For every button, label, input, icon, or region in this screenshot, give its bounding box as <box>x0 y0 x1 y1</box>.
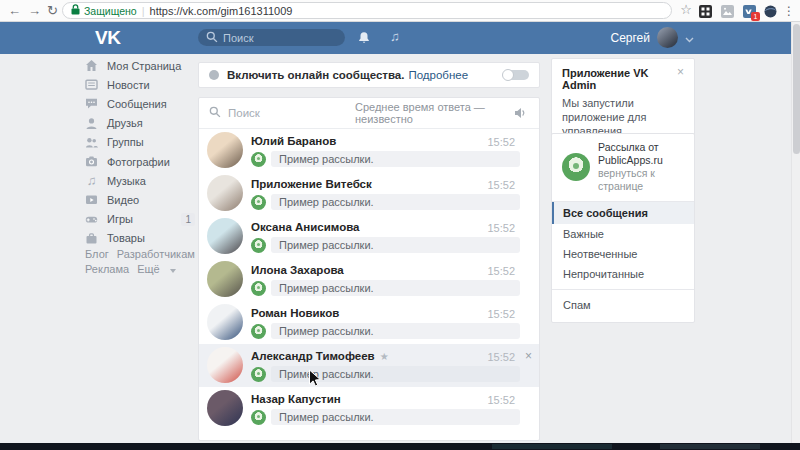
filter-item[interactable]: Все сообщения <box>552 202 694 224</box>
avatar <box>207 304 243 340</box>
mailing-app-icon <box>251 367 266 382</box>
omnibox-divider: | <box>142 5 145 17</box>
browser-toolbar: ← → ↻ Защищено | https://vk.com/gim16131… <box>0 0 800 22</box>
filter-item[interactable]: Неотвеченные <box>552 244 694 264</box>
music-note-icon[interactable]: ♫ <box>390 29 400 44</box>
sidebar-item[interactable]: Фотографии <box>85 152 197 171</box>
sidebar-item-label: Игры <box>107 213 133 225</box>
conversation-row[interactable]: Оксана Анисимова★ 15:52 × Пример рассылк… <box>199 215 539 258</box>
close-icon[interactable]: × <box>525 349 532 363</box>
address-bar[interactable]: Защищено | https://vk.com/gim161311009 <box>62 2 672 19</box>
messages-panel: Среднее время ответа — неизвестно Юлий Б… <box>198 97 540 441</box>
sidebar-item[interactable]: Моя Страница <box>85 56 197 75</box>
chevron-down-icon <box>685 29 694 47</box>
filter-item[interactable]: Важные <box>552 224 694 244</box>
sidebar-item[interactable]: Группы <box>85 133 197 152</box>
filter-item[interactable]: Непрочитанные <box>552 264 694 284</box>
bookmark-star-icon[interactable]: ☆ <box>680 2 692 17</box>
sidebar-item[interactable]: Видео <box>85 190 197 209</box>
reload-icon[interactable]: ↻ <box>47 1 58 21</box>
messages-search-input[interactable] <box>228 107 348 119</box>
mailing-title: Рассылка от PublicApps.ru <box>598 141 684 167</box>
conversation-name: Юлий Баранов★ <box>251 135 336 147</box>
notifications-bell-icon[interactable] <box>357 31 371 49</box>
sidebar-item-label: Новости <box>107 79 150 91</box>
mailing-app-icon <box>251 238 266 253</box>
sidebar-item-label: Музыка <box>107 175 146 187</box>
sidebar-item[interactable]: Сообщения <box>85 94 197 113</box>
scrollbar-thumb[interactable] <box>793 24 800 154</box>
conversation-time: 15:52 <box>487 136 515 148</box>
games-icon <box>85 213 98 226</box>
search-icon <box>206 29 218 47</box>
user-menu[interactable]: Сергей <box>610 27 694 48</box>
back-icon[interactable]: ← <box>8 1 21 21</box>
sidebar-item-label: Друзья <box>107 117 143 129</box>
conversation-row[interactable]: Александр Тимофеев★ 15:52 × Пример рассы… <box>199 344 539 387</box>
footer-link-developers[interactable]: Разработчикам <box>117 248 195 260</box>
page-scrollbar[interactable] <box>791 22 800 443</box>
online-communities-banner: Включить онлайн сообщества. Подробнее <box>198 62 540 88</box>
mailing-app-icon <box>251 410 266 425</box>
friends-icon <box>85 117 98 130</box>
avatar <box>207 390 243 426</box>
extension-badge: 1 <box>751 12 760 21</box>
news-icon <box>85 78 98 91</box>
favorite-star-icon[interactable]: ★ <box>380 351 389 362</box>
filter-label: Все сообщения <box>563 207 648 219</box>
filter-item[interactable]: Спам <box>552 289 694 314</box>
user-name: Сергей <box>610 31 650 45</box>
taskbar-segment <box>492 444 612 449</box>
filter-label: Непрочитанные <box>563 268 644 280</box>
conversation-name: Роман Новиков★ <box>251 307 339 319</box>
search-icon <box>209 104 221 122</box>
conversation-name: Приложение Витебск★ <box>251 178 372 190</box>
footer-link-blog[interactable]: Блог <box>85 248 109 260</box>
security-indicator[interactable]: Защищено <box>71 4 137 17</box>
mailing-app-icon <box>251 152 266 167</box>
footer-link-ads[interactable]: Реклама <box>85 263 129 275</box>
conversation-list: Юлий Баранов★ 15:52 × Пример рассылки. П… <box>199 129 539 430</box>
sound-icon[interactable] <box>514 107 527 119</box>
conversation-row[interactable]: Назар Капустин★ 15:52 × Пример рассылки. <box>199 387 539 430</box>
conversation-time: 15:52 <box>487 308 515 320</box>
avatar <box>207 347 243 383</box>
close-icon[interactable]: × <box>677 67 684 77</box>
browser-menu-icon[interactable]: ⋮ <box>783 2 795 20</box>
sidebar-item[interactable]: Товары <box>85 229 197 248</box>
sidebar-item[interactable]: Игры 1 <box>85 210 197 229</box>
more-caret-icon <box>170 269 176 273</box>
vk-header: VK ♫ Сергей <box>0 22 800 54</box>
home-icon <box>85 59 98 72</box>
message-preview: Пример рассылки. <box>271 280 520 296</box>
sidebar-item[interactable]: Друзья <box>85 114 197 133</box>
photos-icon <box>85 155 98 168</box>
market-icon <box>85 232 98 245</box>
extension-puzzle-icon[interactable] <box>699 4 712 17</box>
banner-more-link[interactable]: Подробнее <box>408 69 468 81</box>
avg-response-time: Среднее время ответа — неизвестно <box>355 101 507 125</box>
vk-logo[interactable]: VK <box>95 27 120 49</box>
sidebar-item-label: Товары <box>107 232 145 244</box>
conversation-row[interactable]: Илона Захарова★ 15:52 × Пример рассылки. <box>199 258 539 301</box>
conversation-row[interactable]: Приложение Витебск★ 15:52 × Пример рассы… <box>199 172 539 215</box>
conversation-row[interactable]: Юлий Баранов★ 15:52 × Пример рассылки. <box>199 129 539 172</box>
sidebar-item-label: Группы <box>107 136 144 148</box>
forward-icon[interactable]: → <box>28 1 41 21</box>
online-toggle[interactable] <box>502 69 529 81</box>
extension-globe-icon[interactable] <box>764 4 777 17</box>
extension-photo-icon[interactable] <box>721 4 734 17</box>
sidebar-item[interactable]: Новости <box>85 75 197 94</box>
back-to-page-link[interactable]: вернуться к странице <box>598 167 684 193</box>
sidebar-item[interactable]: ♫ Музыка <box>85 171 197 190</box>
message-preview: Пример рассылки. <box>271 409 520 425</box>
extension-vk-icon[interactable]: 1 <box>743 4 756 17</box>
conversation-name: Оксана Анисимова★ <box>251 221 360 233</box>
header-search-input[interactable] <box>223 32 323 44</box>
header-search[interactable] <box>198 29 345 46</box>
footer-link-more[interactable]: Ещё <box>137 263 160 275</box>
conversation-time: 15:52 <box>487 394 515 406</box>
vk-admin-title: Приложение VK Admin <box>562 67 677 91</box>
messages-header: Среднее время ответа — неизвестно <box>199 98 539 129</box>
conversation-row[interactable]: Роман Новиков★ 15:52 × Пример рассылки. <box>199 301 539 344</box>
